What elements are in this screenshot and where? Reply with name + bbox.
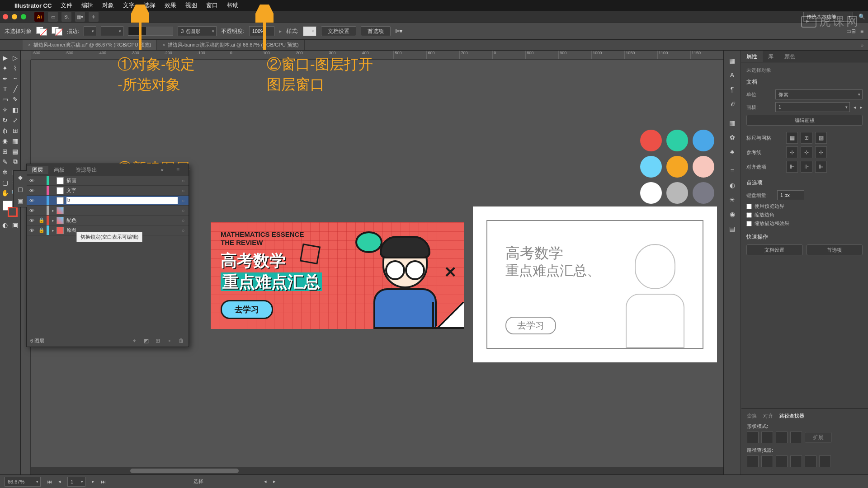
merge-icon[interactable] [776, 455, 788, 467]
visibility-toggle-icon[interactable]: 👁 [27, 218, 37, 223]
snap-grid-icon[interactable]: ⊫ [815, 161, 827, 173]
panel-icon-gradient[interactable]: ◐ [727, 180, 738, 191]
panel-icon-transparency[interactable]: ☀ [727, 194, 738, 205]
menu-edit[interactable]: 编辑 [81, 1, 93, 9]
next-artboard-icon[interactable]: ▸ [860, 104, 863, 110]
layer-name[interactable]: 插画 [66, 177, 178, 184]
tab-asset-export[interactable]: 资源导出 [70, 166, 103, 174]
stroke-weight-dropdown[interactable] [84, 26, 96, 36]
layer-name-input[interactable]: b [66, 197, 178, 204]
lock-toggle-icon[interactable]: 🔒 [37, 227, 47, 233]
locate-object-icon[interactable]: ⌖ [131, 338, 138, 344]
playback-next-icon[interactable]: ▸ [273, 479, 276, 484]
artboards-side-icon[interactable]: ▢ [16, 184, 25, 193]
panel-icon-swatches[interactable]: ▦ [727, 117, 738, 128]
panel-icon-opentype[interactable]: 𝒪 [727, 99, 738, 109]
direct-selection-tool-icon[interactable]: ▷ [10, 52, 21, 63]
gpu-icon[interactable]: ✈ [89, 12, 99, 22]
delete-layer-icon[interactable]: 🗑 [178, 338, 185, 344]
stock-icon[interactable]: St [61, 12, 71, 22]
tab-layers[interactable]: 图层 [27, 166, 48, 174]
tab-align[interactable]: 对齐 [763, 413, 773, 419]
layer-row[interactable]: 👁 ▸ ○ [27, 206, 189, 216]
panel-icon-brushes[interactable]: ✿ [727, 132, 738, 143]
playback-prev-icon[interactable]: ◂ [264, 479, 267, 484]
artboard-nav-prev-icon[interactable]: ◂ [58, 479, 61, 484]
target-icon[interactable]: ○ [178, 198, 189, 203]
lock-toggle-icon[interactable]: 🔒 [37, 217, 47, 223]
menu-window[interactable]: 窗口 [206, 1, 218, 9]
type-tool-icon[interactable]: T [0, 84, 10, 94]
lasso-tool-icon[interactable]: ⌇ [10, 63, 21, 73]
selection-tool-icon[interactable]: ▶ [0, 52, 10, 63]
scale-tool-icon[interactable]: ⤢ [10, 115, 21, 125]
quick-prefs-button[interactable]: 首选项 [807, 244, 863, 255]
units-dropdown[interactable]: 像素 [775, 89, 863, 99]
target-icon[interactable]: ○ [178, 218, 189, 223]
menu-view[interactable]: 视图 [185, 1, 197, 9]
opacity-input[interactable]: 100% [249, 26, 274, 36]
layer-name[interactable]: 文字 [66, 187, 178, 194]
tab-pathfinder[interactable]: 路径查找器 [779, 413, 804, 419]
tab-transform[interactable]: 变换 [747, 413, 757, 419]
app-name[interactable]: Illustrator CC [14, 2, 52, 9]
layer-name[interactable]: 配色 [66, 217, 178, 224]
panel-menu-icon[interactable]: ≡ [171, 167, 185, 173]
document-tab[interactable]: × 描边风-banner演示稿.ai* @ 66.67% (RGB/GPU 预览… [23, 40, 157, 50]
target-icon[interactable]: ○ [178, 208, 189, 213]
preview-bounds-checkbox[interactable]: 使用预览边界 [746, 203, 863, 210]
unite-icon[interactable] [747, 432, 759, 443]
close-window-button[interactable] [3, 14, 8, 19]
transparency-grid-icon[interactable]: ▨ [815, 132, 827, 144]
screen-mode-icon[interactable]: ▣ [10, 220, 21, 230]
layers-icon[interactable]: ◆ [16, 173, 25, 182]
divide-icon[interactable] [747, 455, 759, 467]
crop-icon[interactable] [790, 455, 802, 467]
quick-doc-setup-button[interactable]: 文档设置 [746, 244, 803, 255]
exclude-icon[interactable] [790, 432, 802, 443]
artboard-number-dropdown[interactable]: 1 [67, 477, 85, 487]
scale-corners-checkbox[interactable]: 缩放边角 [746, 211, 863, 218]
mesh-tool-icon[interactable]: ⊞ [0, 146, 10, 156]
snap-point-icon[interactable]: ⊪ [801, 161, 812, 173]
menu-file[interactable]: 文件 [61, 1, 72, 9]
eraser-tool-icon[interactable]: ◧ [10, 104, 21, 115]
new-layer-icon[interactable]: ▫ [166, 338, 173, 344]
stroke-swatch[interactable] [52, 27, 62, 36]
eyedropper-tool-icon[interactable]: ✎ [0, 156, 10, 167]
target-icon[interactable]: ○ [178, 188, 189, 193]
width-tool-icon[interactable]: ⫛ [0, 125, 10, 136]
create-sublayer-icon[interactable]: ⊞ [154, 338, 161, 344]
smart-guides-icon[interactable]: ⊹ [815, 146, 827, 158]
magic-wand-tool-icon[interactable]: ✦ [0, 63, 10, 73]
layer-row[interactable]: 👁 b ○ [27, 196, 189, 206]
panel-icon-symbols[interactable]: ♣ [727, 146, 738, 157]
layers-panel[interactable]: ◆ ▢ ▣ 图层 画板 资源导出 «≡ 👁 插画 ○ 👁 文字 ○ 👁 b ○ [26, 164, 189, 347]
panel-menu-icon[interactable]: ≡ [860, 28, 863, 34]
keyboard-increment-input[interactable]: 1 px [777, 190, 804, 200]
make-clipping-mask-icon[interactable]: ◩ [142, 338, 150, 344]
perspective-tool-icon[interactable]: ▦ [10, 136, 21, 146]
paintbrush-tool-icon[interactable]: ✎ [10, 94, 21, 104]
layer-row[interactable]: 👁🔒 ▸ 配色 ○ [27, 216, 189, 225]
fill-swatch[interactable] [36, 27, 47, 36]
trim-icon[interactable] [761, 455, 773, 467]
layer-row[interactable]: 👁 文字 ○ [27, 186, 189, 196]
artboard-tool-icon[interactable]: ▢ [0, 177, 10, 188]
bridge-icon[interactable]: ▭ [48, 12, 58, 22]
symbol-sprayer-tool-icon[interactable]: ✲ [0, 167, 10, 177]
panel-icon-stroke[interactable]: ≡ [727, 165, 738, 176]
menu-select[interactable]: 选择 [144, 1, 156, 9]
zoom-dropdown[interactable]: 66.67% [5, 477, 41, 487]
layer-row[interactable]: 👁 插画 ○ [27, 176, 189, 186]
minus-back-icon[interactable] [819, 455, 831, 467]
menu-type[interactable]: 文字 [123, 1, 135, 9]
tab-color[interactable]: 颜色 [779, 51, 801, 62]
edit-artboards-button[interactable]: 编辑画板 [746, 115, 863, 126]
grid-toggle-icon[interactable]: ⊞ [801, 132, 812, 144]
intersect-icon[interactable] [776, 432, 788, 443]
expand-button[interactable]: 扩展 [805, 432, 832, 443]
minimize-window-button[interactable] [12, 14, 17, 19]
close-tab-icon[interactable]: × [162, 42, 165, 47]
snap-pixel-icon[interactable]: ⊩ [786, 161, 798, 173]
